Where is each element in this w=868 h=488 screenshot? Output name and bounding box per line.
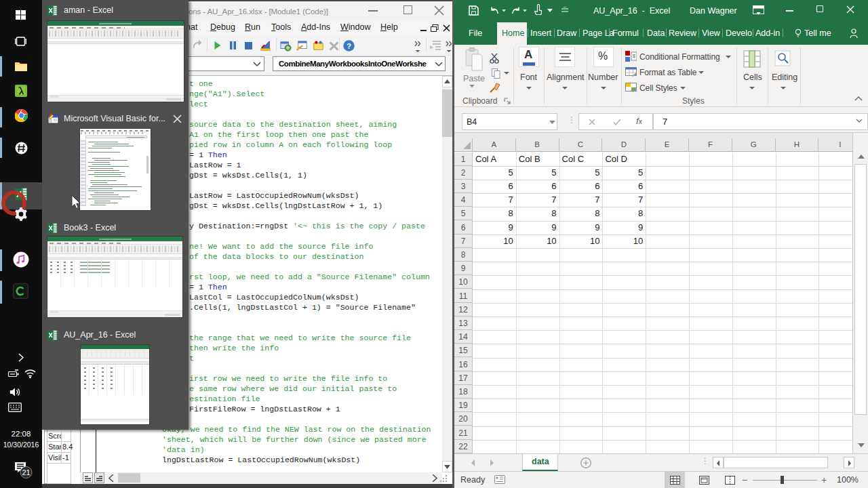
svg-text:?: ? xyxy=(347,42,351,50)
svg-text:21: 21 xyxy=(22,468,30,476)
